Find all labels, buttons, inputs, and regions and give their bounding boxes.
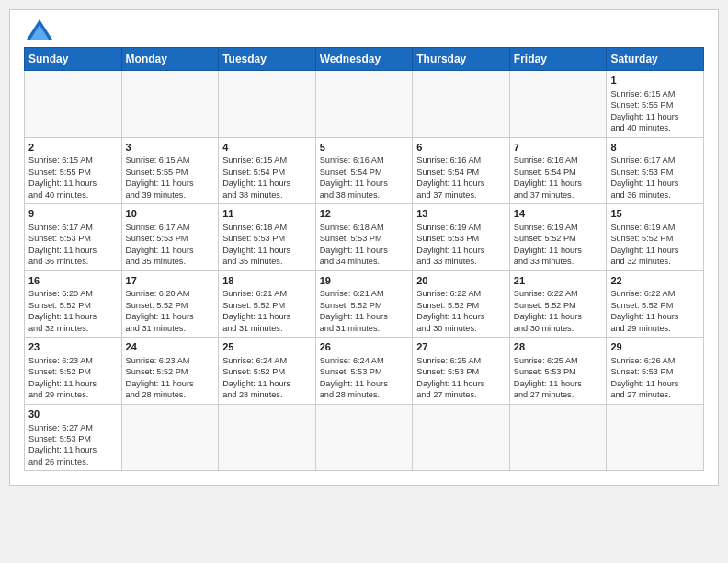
calendar-cell: 11Sunrise: 6:18 AM Sunset: 5:53 PM Dayli… (219, 204, 316, 271)
day-info: Sunrise: 6:26 AM Sunset: 5:53 PM Dayligh… (610, 355, 700, 401)
day-number: 14 (514, 207, 603, 221)
day-number: 10 (126, 207, 215, 221)
calendar-cell: 15Sunrise: 6:19 AM Sunset: 5:52 PM Dayli… (607, 204, 704, 271)
day-info: Sunrise: 6:21 AM Sunset: 5:52 PM Dayligh… (320, 288, 409, 334)
calendar-cell: 24Sunrise: 6:23 AM Sunset: 5:52 PM Dayli… (121, 338, 219, 405)
calendar-week-row: 23Sunrise: 6:23 AM Sunset: 5:52 PM Dayli… (25, 338, 704, 405)
day-info: Sunrise: 6:18 AM Sunset: 5:53 PM Dayligh… (222, 222, 312, 268)
day-info: Sunrise: 6:24 AM Sunset: 5:53 PM Dayligh… (320, 355, 409, 401)
calendar-cell: 4Sunrise: 6:15 AM Sunset: 5:54 PM Daylig… (219, 137, 316, 204)
day-info: Sunrise: 6:23 AM Sunset: 5:52 PM Dayligh… (126, 355, 215, 401)
day-number: 12 (320, 207, 409, 221)
calendar-cell: 10Sunrise: 6:17 AM Sunset: 5:53 PM Dayli… (121, 204, 219, 271)
day-number: 26 (320, 340, 409, 354)
calendar-cell: 3Sunrise: 6:15 AM Sunset: 5:55 PM Daylig… (121, 137, 219, 204)
calendar-cell: 2Sunrise: 6:15 AM Sunset: 5:55 PM Daylig… (25, 137, 122, 204)
logo (24, 19, 52, 40)
calendar-cell (315, 404, 413, 471)
calendar-cell: 23Sunrise: 6:23 AM Sunset: 5:52 PM Dayli… (25, 338, 122, 405)
day-info: Sunrise: 6:15 AM Sunset: 5:55 PM Dayligh… (126, 155, 215, 201)
day-info: Sunrise: 6:25 AM Sunset: 5:53 PM Dayligh… (416, 355, 506, 401)
calendar-table: SundayMondayTuesdayWednesdayThursdayFrid… (24, 47, 704, 471)
calendar-cell: 14Sunrise: 6:19 AM Sunset: 5:52 PM Dayli… (509, 204, 607, 271)
day-info: Sunrise: 6:22 AM Sunset: 5:52 PM Dayligh… (610, 288, 700, 334)
day-header-sunday: Sunday (25, 48, 122, 71)
day-info: Sunrise: 6:15 AM Sunset: 5:54 PM Dayligh… (222, 155, 312, 201)
day-number: 2 (28, 141, 118, 155)
calendar-cell (509, 71, 607, 138)
day-info: Sunrise: 6:15 AM Sunset: 5:55 PM Dayligh… (610, 88, 700, 134)
day-number: 29 (610, 340, 700, 354)
day-number: 9 (28, 207, 118, 221)
calendar-cell (121, 71, 219, 138)
day-number: 27 (416, 340, 506, 354)
day-number: 24 (126, 340, 215, 354)
day-info: Sunrise: 6:15 AM Sunset: 5:55 PM Dayligh… (28, 155, 118, 201)
calendar-week-row: 30Sunrise: 6:27 AM Sunset: 5:53 PM Dayli… (25, 404, 704, 471)
day-number: 7 (514, 141, 603, 155)
day-number: 20 (416, 274, 506, 288)
calendar-week-row: 16Sunrise: 6:20 AM Sunset: 5:52 PM Dayli… (25, 270, 704, 338)
day-info: Sunrise: 6:20 AM Sunset: 5:52 PM Dayligh… (28, 288, 118, 334)
calendar-week-row: 2Sunrise: 6:15 AM Sunset: 5:55 PM Daylig… (25, 137, 704, 204)
day-number: 18 (222, 274, 312, 288)
logo-icon (27, 19, 52, 40)
day-info: Sunrise: 6:16 AM Sunset: 5:54 PM Dayligh… (320, 155, 409, 201)
calendar-cell: 1Sunrise: 6:15 AM Sunset: 5:55 PM Daylig… (607, 71, 704, 138)
calendar-cell: 21Sunrise: 6:22 AM Sunset: 5:52 PM Dayli… (509, 270, 607, 338)
day-info: Sunrise: 6:24 AM Sunset: 5:52 PM Dayligh… (222, 355, 312, 401)
day-info: Sunrise: 6:27 AM Sunset: 5:53 PM Dayligh… (28, 422, 118, 468)
day-info: Sunrise: 6:20 AM Sunset: 5:52 PM Dayligh… (126, 288, 215, 334)
day-info: Sunrise: 6:17 AM Sunset: 5:53 PM Dayligh… (126, 222, 215, 268)
calendar-cell: 17Sunrise: 6:20 AM Sunset: 5:52 PM Dayli… (121, 270, 219, 338)
calendar-cell (219, 404, 316, 471)
day-number: 25 (222, 340, 312, 354)
calendar-cell: 5Sunrise: 6:16 AM Sunset: 5:54 PM Daylig… (315, 137, 413, 204)
day-number: 6 (416, 141, 506, 155)
day-info: Sunrise: 6:18 AM Sunset: 5:53 PM Dayligh… (320, 222, 409, 268)
calendar-cell (413, 404, 510, 471)
calendar-cell: 7Sunrise: 6:16 AM Sunset: 5:54 PM Daylig… (509, 137, 607, 204)
day-number: 22 (610, 274, 700, 288)
day-info: Sunrise: 6:23 AM Sunset: 5:52 PM Dayligh… (28, 355, 118, 401)
calendar-cell: 6Sunrise: 6:16 AM Sunset: 5:54 PM Daylig… (413, 137, 510, 204)
day-number: 5 (320, 141, 409, 155)
day-info: Sunrise: 6:19 AM Sunset: 5:52 PM Dayligh… (514, 222, 603, 268)
calendar-cell (315, 71, 413, 138)
day-number: 21 (514, 274, 603, 288)
day-info: Sunrise: 6:21 AM Sunset: 5:52 PM Dayligh… (222, 288, 312, 334)
day-info: Sunrise: 6:17 AM Sunset: 5:53 PM Dayligh… (28, 222, 118, 268)
day-number: 15 (610, 207, 700, 221)
calendar-cell: 29Sunrise: 6:26 AM Sunset: 5:53 PM Dayli… (607, 338, 704, 405)
calendar-cell: 25Sunrise: 6:24 AM Sunset: 5:52 PM Dayli… (219, 338, 316, 405)
calendar-cell (607, 404, 704, 471)
day-info: Sunrise: 6:19 AM Sunset: 5:53 PM Dayligh… (416, 222, 506, 268)
day-number: 17 (126, 274, 215, 288)
day-info: Sunrise: 6:17 AM Sunset: 5:53 PM Dayligh… (610, 155, 700, 201)
calendar-header-row: SundayMondayTuesdayWednesdayThursdayFrid… (25, 48, 704, 71)
day-number: 16 (28, 274, 118, 288)
day-header-saturday: Saturday (607, 48, 704, 71)
calendar-cell (219, 71, 316, 138)
calendar-week-row: 9Sunrise: 6:17 AM Sunset: 5:53 PM Daylig… (25, 204, 704, 271)
day-info: Sunrise: 6:22 AM Sunset: 5:52 PM Dayligh… (416, 288, 506, 334)
day-header-wednesday: Wednesday (315, 48, 413, 71)
calendar-cell (121, 404, 219, 471)
day-info: Sunrise: 6:22 AM Sunset: 5:52 PM Dayligh… (514, 288, 603, 334)
calendar-cell: 28Sunrise: 6:25 AM Sunset: 5:53 PM Dayli… (509, 338, 607, 405)
day-number: 8 (610, 141, 700, 155)
header (24, 19, 704, 40)
day-header-monday: Monday (121, 48, 219, 71)
calendar-cell: 26Sunrise: 6:24 AM Sunset: 5:53 PM Dayli… (315, 338, 413, 405)
calendar-cell: 19Sunrise: 6:21 AM Sunset: 5:52 PM Dayli… (315, 270, 413, 338)
day-number: 4 (222, 141, 312, 155)
day-number: 11 (222, 207, 312, 221)
day-header-thursday: Thursday (413, 48, 510, 71)
calendar-cell: 13Sunrise: 6:19 AM Sunset: 5:53 PM Dayli… (413, 204, 510, 271)
calendar-cell: 27Sunrise: 6:25 AM Sunset: 5:53 PM Dayli… (413, 338, 510, 405)
day-number: 23 (28, 340, 118, 354)
calendar-container: SundayMondayTuesdayWednesdayThursdayFrid… (9, 9, 719, 486)
calendar-cell: 12Sunrise: 6:18 AM Sunset: 5:53 PM Dayli… (315, 204, 413, 271)
day-info: Sunrise: 6:25 AM Sunset: 5:53 PM Dayligh… (514, 355, 603, 401)
calendar-cell (25, 71, 122, 138)
